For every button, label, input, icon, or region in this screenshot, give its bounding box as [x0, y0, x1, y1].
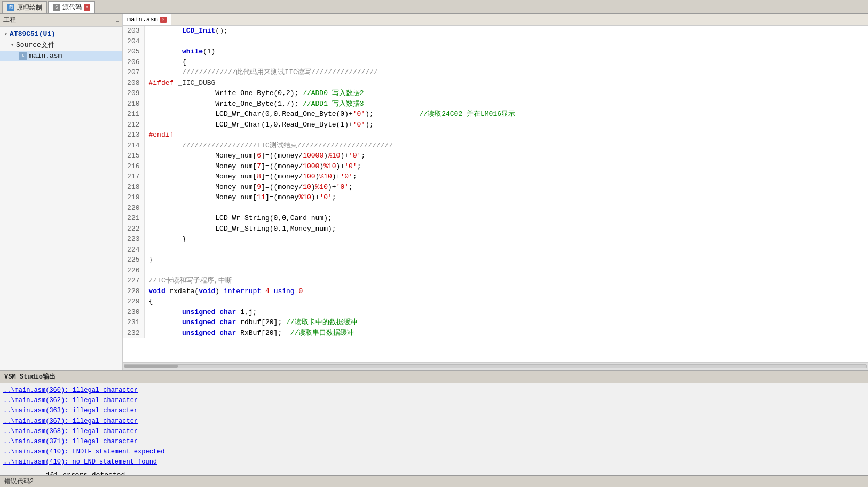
table-row: 218 Money_num[9]=((money/10)%10)+'0'; — [123, 182, 868, 193]
line-num-208: 208 — [123, 78, 144, 89]
error-line-e7[interactable]: ..\main.asm(410): ENDIF statement expect… — [3, 447, 865, 457]
table-row: 225 } — [123, 255, 868, 265]
table-row: 224 — [123, 245, 868, 255]
table-row: 223 } — [123, 234, 868, 245]
table-row: 214 //////////////////IIC测试结束///////////… — [123, 140, 868, 151]
error-line-e5[interactable]: ..\main.asm(368): illegal character — [3, 427, 865, 437]
error-line-e1[interactable]: ..\main.asm(360): illegal character — [3, 386, 865, 396]
status-bar: 错误代码2 — [0, 475, 868, 487]
error-line-e3[interactable]: ..\main.asm(363): illegal character — [3, 406, 865, 416]
line-num-204: 204 — [123, 36, 144, 47]
horizontal-scrollbar[interactable] — [123, 362, 868, 370]
table-row: 219 Money_num[11]=(money%10)+'0'; — [123, 192, 868, 203]
line-code-207: /////////////此代码用来测试IIC读写///////////////… — [144, 67, 868, 78]
tree-arrow-project: ▾ — [4, 31, 7, 37]
table-row: 228 void rxdata(void) interrupt 4 using … — [123, 286, 868, 297]
sidebar: 工程 ⊟ ▾ AT89C51(U1) ▾ Source文件 A main.asm — [0, 14, 123, 370]
table-row: 229 { — [123, 296, 868, 307]
line-code-228: void rxdata(void) interrupt 4 using 0 — [144, 286, 868, 297]
table-row: 227 //IC卡读和写子程序,中断 — [123, 276, 868, 286]
error-line-e8[interactable]: ..\main.asm(410): no END statement found — [3, 457, 865, 467]
error-summary: 161 errors detected — [3, 468, 865, 476]
line-num-212: 212 — [123, 120, 144, 130]
line-num-227: 227 — [123, 276, 144, 286]
line-num-232: 232 — [123, 328, 144, 339]
line-code-216: Money_num[7]=((money/1000)%10)+'0'; — [144, 161, 868, 172]
bottom-panel-header: VSM Studio输出 — [0, 371, 868, 383]
line-num-209: 209 — [123, 88, 144, 99]
schematic-icon: 图 — [7, 4, 14, 11]
editor-area: main.asm ✕ 203 LCD_Init(); 204 205 — [123, 14, 868, 370]
tab-schematic-label: 原理绘制 — [17, 3, 42, 12]
sidebar-header: 工程 ⊟ — [0, 14, 122, 27]
line-num-213: 213 — [123, 130, 144, 140]
line-num-215: 215 — [123, 151, 144, 161]
table-row: 222 LCD_Wr_String(0,1,Money_num); — [123, 224, 868, 234]
line-code-213: #endif — [144, 130, 868, 140]
table-row: 213 #endif — [123, 130, 868, 140]
line-code-211: LCD_Wr_Char(0,0,Read_One_Byte(0)+'0'); /… — [144, 109, 868, 120]
line-code-222: LCD_Wr_String(0,1,Money_num); — [144, 224, 868, 234]
editor-tab-close[interactable]: ✕ — [160, 17, 167, 23]
table-row: 217 Money_num[8]=((money/100)%10)+'0'; — [123, 171, 868, 182]
table-row: 204 — [123, 36, 868, 47]
table-row: 226 — [123, 265, 868, 276]
h-scrollbar-track — [124, 364, 867, 368]
main-area: 工程 ⊟ ▾ AT89C51(U1) ▾ Source文件 A main.asm… — [0, 14, 868, 370]
line-num-225: 225 — [123, 255, 144, 265]
error-line-e6[interactable]: ..\main.asm(371): illegal character — [3, 437, 865, 447]
line-code-226 — [144, 265, 868, 276]
code-table: 203 LCD_Init(); 204 205 while(1) 206 — [123, 26, 868, 338]
tab-code-label: 源代码 — [62, 3, 82, 12]
error-line-e4[interactable]: ..\main.asm(367): illegal character — [3, 417, 865, 427]
bottom-panel: VSM Studio输出 ..\main.asm(360): illegal c… — [0, 370, 868, 487]
editor-tab-mainasm[interactable]: main.asm ✕ — [123, 14, 171, 25]
tab-code-close[interactable]: ✕ — [84, 4, 90, 11]
tab-code[interactable]: C 源代码 ✕ — [48, 1, 95, 13]
table-row: 208 #ifdef _IIC_DUBG — [123, 78, 868, 89]
line-num-205: 205 — [123, 46, 144, 57]
line-code-217: Money_num[8]=((money/100)%10)+'0'; — [144, 171, 868, 182]
line-num-224: 224 — [123, 245, 144, 255]
error-line-e2[interactable]: ..\main.asm(362): illegal character — [3, 396, 865, 406]
line-code-218: Money_num[9]=((money/10)%10)+'0'; — [144, 182, 868, 193]
line-num-220: 220 — [123, 203, 144, 214]
line-code-203: LCD_Init(); — [144, 26, 868, 36]
tree-item-project[interactable]: ▾ AT89C51(U1) — [0, 29, 122, 39]
line-code-215: Money_num[6]=((money/10000)%10)+'0'; — [144, 151, 868, 161]
line-code-227: //IC卡读和写子程序,中断 — [144, 276, 868, 286]
line-num-217: 217 — [123, 171, 144, 182]
table-row: 215 Money_num[6]=((money/10000)%10)+'0'; — [123, 151, 868, 161]
line-code-232: unsigned char RxBuf[20]; //读取串口数据缓冲 — [144, 328, 868, 339]
tree-label-project: AT89C51(U1) — [10, 30, 56, 38]
code-container[interactable]: 203 LCD_Init(); 204 205 while(1) 206 — [123, 26, 868, 362]
line-code-210: Write_One_Byte(1,7); //ADD1 写入数据3 — [144, 99, 868, 109]
sidebar-collapse-icon[interactable]: ⊟ — [116, 17, 119, 23]
bottom-content[interactable]: ..\main.asm(360): illegal character ..\m… — [0, 383, 868, 475]
tree-item-source[interactable]: ▾ Source文件 — [0, 39, 122, 51]
table-row: 231 unsigned char rdbuf[20]; //读取卡中的数据缓冲 — [123, 317, 868, 328]
line-code-230: unsigned char i,j; — [144, 307, 868, 318]
line-code-224 — [144, 245, 868, 255]
line-num-214: 214 — [123, 140, 144, 151]
line-code-205: while(1) — [144, 46, 868, 57]
line-num-229: 229 — [123, 296, 144, 307]
line-num-210: 210 — [123, 99, 144, 109]
table-row: 206 { — [123, 57, 868, 68]
code-icon: C — [53, 4, 60, 11]
tab-schematic[interactable]: 图 原理绘制 — [2, 1, 47, 13]
table-row: 212 LCD_Wr_Char(1,0,Read_One_Byte(1)+'0'… — [123, 120, 868, 130]
line-code-221: LCD_Wr_String(0,0,Card_num); — [144, 213, 868, 224]
line-code-223: } — [144, 234, 868, 245]
tree-arrow-source: ▾ — [11, 42, 14, 48]
table-row: 216 Money_num[7]=((money/1000)%10)+'0'; — [123, 161, 868, 172]
table-row: 220 — [123, 203, 868, 214]
line-code-220 — [144, 203, 868, 214]
line-num-223: 223 — [123, 234, 144, 245]
h-scrollbar-thumb[interactable] — [124, 365, 178, 368]
table-row: 203 LCD_Init(); — [123, 26, 868, 36]
line-code-208: #ifdef _IIC_DUBG — [144, 78, 868, 89]
tree-label-source: Source文件 — [16, 40, 55, 50]
tree-item-mainasm[interactable]: A main.asm — [0, 51, 122, 61]
line-num-218: 218 — [123, 182, 144, 193]
